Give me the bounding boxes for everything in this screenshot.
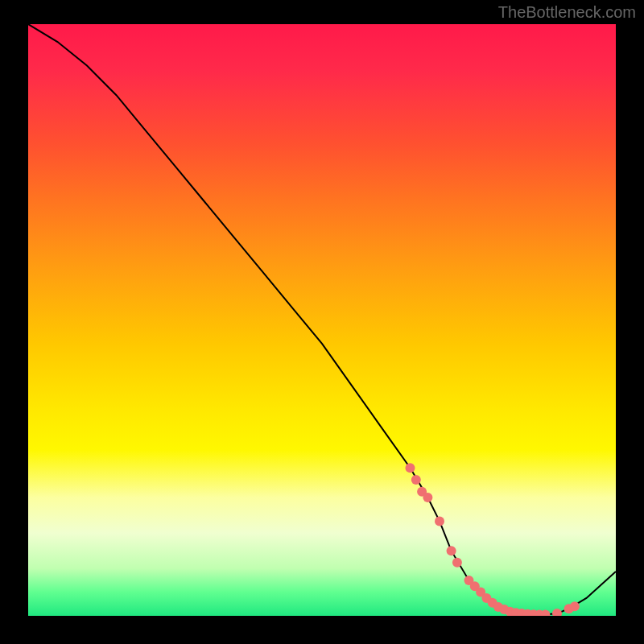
- chart-svg: [28, 24, 616, 616]
- marker-point: [406, 463, 415, 473]
- marker-point: [452, 558, 462, 568]
- marker-point: [447, 546, 456, 555]
- marker-points: [406, 463, 580, 616]
- marker-point: [411, 475, 421, 485]
- marker-point: [552, 609, 562, 616]
- marker-point: [423, 493, 432, 502]
- bottleneck-curve: [28, 24, 616, 615]
- watermark-text: TheBottleneck.com: [498, 3, 636, 22]
- marker-point: [570, 601, 580, 611]
- marker-point: [435, 516, 444, 526]
- plot-area: [28, 24, 616, 616]
